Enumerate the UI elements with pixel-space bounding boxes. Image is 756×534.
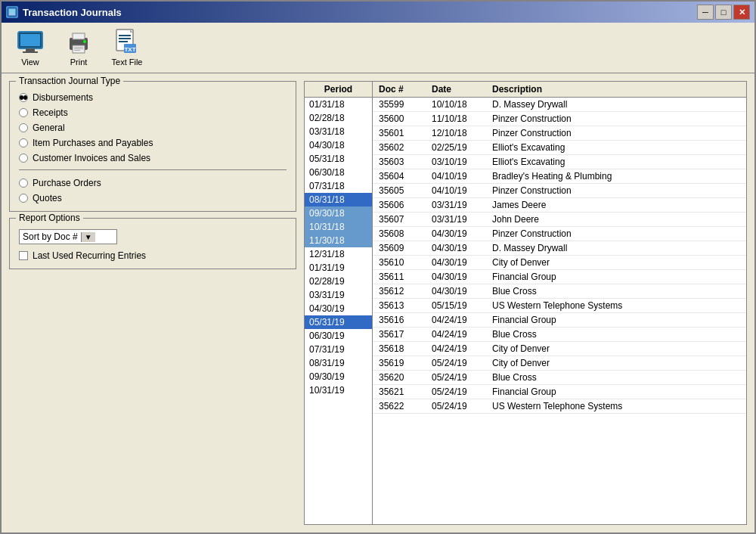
- cell-description: US Western Telephone Systems: [486, 300, 746, 312]
- toolbar: View Print: [2, 23, 754, 73]
- cell-doc: 35612: [373, 285, 426, 297]
- cell-date: 04/30/19: [426, 285, 486, 297]
- period-item[interactable]: 08/31/19: [305, 356, 372, 370]
- period-item[interactable]: 05/31/18: [305, 152, 372, 166]
- print-icon: [65, 29, 92, 56]
- table-row[interactable]: 3560603/31/19James Deere: [373, 198, 746, 213]
- period-item[interactable]: 06/30/19: [305, 329, 372, 343]
- period-item[interactable]: 09/30/19: [305, 370, 372, 383]
- radio-general[interactable]: General: [19, 123, 287, 133]
- report-options-title: Report Options: [16, 213, 83, 223]
- table-row[interactable]: 3560303/10/19Elliot's Excavating: [373, 155, 746, 169]
- svg-rect-5: [26, 48, 35, 51]
- cell-date: 05/24/19: [426, 400, 486, 412]
- header-description: Description: [486, 84, 746, 95]
- cell-description: D. Massey Drywall: [486, 242, 746, 254]
- radio-receipts[interactable]: Receipts: [19, 107, 287, 118]
- period-list-container: Period 01/31/1802/28/1803/31/1804/30/180…: [305, 82, 373, 524]
- table-row[interactable]: 3561804/24/19City of Denver: [373, 342, 746, 356]
- svg-rect-6: [23, 51, 38, 53]
- table-row[interactable]: 3559910/10/18D. Massey Drywall: [373, 98, 746, 112]
- radio-quotes[interactable]: Quotes: [19, 193, 287, 203]
- period-item[interactable]: 11/30/18: [305, 234, 372, 247]
- table-row[interactable]: 3560404/10/19Bradley's Heating & Plumbin…: [373, 169, 746, 184]
- period-item[interactable]: 04/30/18: [305, 138, 372, 152]
- period-item[interactable]: 02/28/18: [305, 111, 372, 125]
- radio-purchase-orders[interactable]: Purchase Orders: [19, 178, 287, 188]
- table-row[interactable]: 3562005/24/19Blue Cross: [373, 371, 746, 385]
- cell-doc: 35600: [373, 113, 426, 125]
- recurring-entries-checkbox[interactable]: [19, 251, 28, 260]
- cell-description: City of Denver: [486, 357, 746, 369]
- period-item[interactable]: 09/30/18: [305, 206, 372, 220]
- period-item[interactable]: 04/30/19: [305, 302, 372, 315]
- cell-doc: 35607: [373, 213, 426, 225]
- cell-date: 03/31/19: [426, 213, 486, 225]
- table-row[interactable]: 3560504/10/19Pinzer Construction: [373, 184, 746, 198]
- period-item[interactable]: 05/31/19: [305, 315, 372, 329]
- view-button[interactable]: View: [8, 26, 53, 70]
- period-item[interactable]: 02/28/19: [305, 275, 372, 288]
- period-item[interactable]: 12/31/18: [305, 247, 372, 261]
- table-row[interactable]: 3560804/30/19Pinzer Construction: [373, 227, 746, 241]
- maximize-button[interactable]: □: [715, 5, 732, 20]
- table-row[interactable]: 3560904/30/19D. Massey Drywall: [373, 241, 746, 256]
- cell-description: Financial Group: [486, 314, 746, 326]
- period-item[interactable]: 06/30/18: [305, 166, 372, 179]
- radio-customer-invoices[interactable]: Customer Invoices and Sales: [19, 153, 287, 163]
- header-doc: Doc #: [373, 84, 426, 95]
- period-item[interactable]: 01/31/18: [305, 98, 372, 111]
- checkbox-row[interactable]: Last Used Recurring Entries: [19, 250, 287, 261]
- sort-select[interactable]: Sort by Doc # ▼: [19, 229, 117, 244]
- title-bar-left: Transaction Journals: [6, 6, 122, 18]
- table-row[interactable]: 3561104/30/19Financial Group: [373, 270, 746, 284]
- table-row[interactable]: 3561905/24/19City of Denver: [373, 356, 746, 371]
- data-area: Period 01/31/1802/28/1803/31/1804/30/180…: [304, 81, 747, 525]
- period-item[interactable]: 10/31/19: [305, 383, 372, 397]
- textfile-button[interactable]: TXT Text File: [104, 26, 150, 70]
- period-item[interactable]: 08/31/18: [305, 193, 372, 206]
- table-row[interactable]: 3562205/24/19US Western Telephone System…: [373, 399, 746, 414]
- radio-disbursements[interactable]: Disbursements: [19, 92, 287, 103]
- table-row[interactable]: 3562105/24/19Financial Group: [373, 385, 746, 399]
- transactions-list[interactable]: 3559910/10/18D. Massey Drywall3560011/10…: [373, 98, 746, 524]
- radio-item-purchases[interactable]: Item Purchases and Payables: [19, 138, 287, 148]
- sort-select-row: Sort by Doc # ▼: [19, 229, 287, 244]
- print-button[interactable]: Print: [56, 26, 101, 70]
- report-options-content: Sort by Doc # ▼ Last Used Recurring Entr…: [19, 225, 287, 261]
- period-list[interactable]: 01/31/1802/28/1803/31/1804/30/1805/31/18…: [305, 98, 372, 524]
- table-row[interactable]: 3561204/30/19Blue Cross: [373, 284, 746, 299]
- period-item[interactable]: 03/31/18: [305, 125, 372, 138]
- radio-receipts-label: Receipts: [33, 107, 68, 118]
- period-item[interactable]: 03/31/19: [305, 288, 372, 302]
- table-row[interactable]: 3561305/15/19US Western Telephone System…: [373, 299, 746, 313]
- cell-date: 05/24/19: [426, 386, 486, 398]
- app-icon: [6, 6, 18, 18]
- period-item[interactable]: 01/31/19: [305, 261, 372, 275]
- transactions-header: Doc # Date Description: [373, 82, 746, 98]
- table-row[interactable]: 3560011/10/18Pinzer Construction: [373, 112, 746, 126]
- period-item[interactable]: 07/31/19: [305, 343, 372, 356]
- cell-doc: 35604: [373, 170, 426, 182]
- period-item[interactable]: 07/31/18: [305, 179, 372, 193]
- cell-date: 04/30/19: [426, 256, 486, 269]
- table-row[interactable]: 3561004/30/19City of Denver: [373, 256, 746, 270]
- radio-disbursements-label: Disbursements: [33, 92, 93, 103]
- view-icon: [17, 29, 44, 56]
- minimize-button[interactable]: ─: [697, 5, 714, 20]
- cell-description: D. Massey Drywall: [486, 98, 746, 110]
- table-row[interactable]: 3561604/24/19Financial Group: [373, 313, 746, 328]
- period-item[interactable]: 10/31/18: [305, 220, 372, 234]
- table-row[interactable]: 3560112/10/18Pinzer Construction: [373, 126, 746, 141]
- table-row[interactable]: 3560703/31/19John Deere: [373, 213, 746, 227]
- cell-date: 02/25/19: [426, 141, 486, 154]
- table-row[interactable]: 3561704/24/19Blue Cross: [373, 328, 746, 342]
- cell-date: 05/24/19: [426, 371, 486, 383]
- table-row[interactable]: 3560202/25/19Elliot's Excavating: [373, 141, 746, 155]
- sort-select-arrow[interactable]: ▼: [81, 232, 95, 242]
- cell-doc: 35601: [373, 127, 426, 139]
- main-window: Transaction Journals ─ □ ✕ View: [0, 0, 756, 534]
- cell-description: Financial Group: [486, 386, 746, 398]
- close-button[interactable]: ✕: [733, 5, 750, 20]
- cell-description: Blue Cross: [486, 285, 746, 297]
